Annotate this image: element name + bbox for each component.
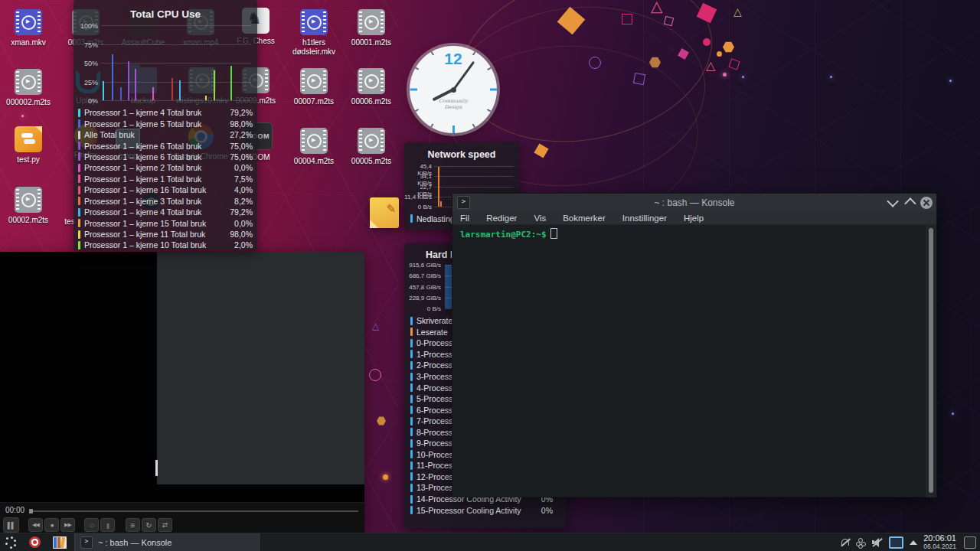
menu-item[interactable]: Fil [460,214,469,223]
seek-handle[interactable] [29,509,33,514]
notifications-muted-icon[interactable] [841,538,850,546]
library-app-icon[interactable] [53,536,67,549]
konsole-window: > ~ : bash — Konsole FilRedigerVisBokmer… [452,193,937,497]
sensor-row: Prosessor 1 – kjerne 3 Total bruk 8,2% [78,196,253,207]
menu-bar: FilRedigerVisBokmerkerInnstillingerHjelp [452,211,936,225]
maximize-button[interactable] [904,197,916,210]
file-icon: 000002.m2ts [15,69,42,95]
play-icon [21,193,36,207]
media-button[interactable]: ◀◀ [28,518,43,532]
filmstrip-icon [302,70,305,92]
filmstrip-icon [38,71,41,93]
expand-tray-icon[interactable] [910,540,917,545]
sensor-color-swatch [410,417,413,425]
media-button[interactable]: ▶▶ [60,518,75,532]
axis-tick-label: 50% [77,60,98,67]
volume-muted-icon[interactable] [872,538,883,547]
desktop-icon[interactable]: 00007.m2ts 00007.m2ts [286,68,342,106]
taskbar-task-konsole[interactable]: > ~ : bash — Konsole [74,533,261,551]
seek-slider[interactable] [29,510,358,512]
close-button[interactable] [920,197,933,209]
axis-tick-label: 75% [77,41,98,49]
media-button[interactable]: ⇄ [158,518,172,532]
media-button[interactable]: □ [84,518,99,532]
sensor-row: Prosessor 1 – kjerne 1 Total bruk 7,5% [78,174,253,184]
sensor-color-swatch [410,506,413,514]
sensor-color-swatch [410,328,413,336]
sticky-note-widget[interactable]: ✎ [370,197,399,228]
peek-desktop-button[interactable] [964,536,976,549]
file-icon: h1tlers [300,9,328,35]
desktop-icon[interactable]: h1tlers h1tlers dødsleir.mkv [286,9,342,57]
desktop-icon[interactable]: xman.mkv xman.mkv [0,9,57,47]
sensor-value: 0,0% [222,163,253,172]
terminal-area[interactable]: larsmartin@PC2:~$ [452,225,936,497]
sensor-value: 79,2% [222,108,253,117]
filmstrip-icon [359,11,362,33]
sensor-name: Prosessor 1 – kjerne 3 Total bruk [84,197,222,206]
cpu-spike [179,80,181,100]
sensor-color-swatch [78,186,80,194]
file-icon: xman.mkv [15,9,42,35]
sensor-name: Prosessor 1 – kjerne 5 Total bruk [84,119,222,129]
menu-item[interactable]: Innstillinger [622,214,667,223]
terminal-cursor [550,228,557,239]
sensor-color-swatch [78,197,80,205]
sensor-value: 98,0% [222,230,253,239]
sensor-row: 15-Processor Cooling Activity 0% [410,504,560,516]
scrollbar[interactable] [926,225,936,497]
display-tray-icon[interactable] [889,536,903,549]
play-icon [307,15,322,30]
clock-date: 06.04.2021 [923,543,956,550]
sensor-name: 15-Processor Cooling Activity [416,506,527,515]
menu-item[interactable]: Vis [534,214,546,223]
sensor-row: Prosessor 1 – kjerne 15 Total bruk 0,0% [78,217,253,228]
menu-item[interactable]: Bokmerker [563,214,606,223]
cpu-spike [230,66,232,100]
scrollbar-thumb[interactable] [929,228,933,493]
cpu-spike [103,81,104,100]
sensor-color-swatch [410,339,413,347]
sensor-value: 75,0% [222,152,253,161]
menu-item[interactable]: Hjelp [684,214,704,223]
desktop-icon[interactable]: 000002.m2ts 000002.m2ts [0,69,57,107]
sensor-color-swatch [78,152,80,161]
media-button[interactable]: ||| [100,518,115,532]
app-launcher-button[interactable] [0,533,18,551]
desktop-icon[interactable]: 00001.m2ts 00001.m2ts [343,9,400,47]
sensor-color-swatch [78,142,80,150]
sensor-name: Prosessor 1 – kjerne 4 Total bruk [84,108,222,117]
desktop-icon[interactable]: test.py test.py [0,126,57,165]
sensor-value: 27,2% [222,130,253,139]
legend-color-swatch [410,214,413,223]
icon-label: 000002.m2ts [6,98,51,107]
filmstrip-icon [323,70,326,92]
media-button[interactable]: ↻ [142,518,156,532]
menu-item[interactable]: Rediger [486,214,517,223]
icon-label-line2: dødsleir.mkv [292,47,335,57]
launcher-icon [6,537,8,540]
desktop-icon[interactable]: 00004.m2ts 00004.m2ts [286,128,342,166]
sensor-color-swatch [410,406,413,414]
sensor-value: 4,0% [222,185,253,194]
digital-clock[interactable]: 20:06:01 06.04.2021 [923,534,956,549]
desktop-icon[interactable]: 00005.m2ts 00005.m2ts [343,128,400,166]
cpu-spike [172,78,173,100]
media-button[interactable]: ≡ [126,518,140,532]
network-widget-title: Network speed [404,142,519,160]
media-button[interactable]: ▌▌ [3,517,19,533]
sensor-color-swatch [78,164,80,172]
desktop-icon[interactable]: 00006.m2ts 00006.m2ts [343,68,400,106]
play-icon [364,15,379,30]
filmstrip-icon [359,70,362,92]
filmstrip-icon [381,70,384,92]
title-bar[interactable]: > ~ : bash — Konsole [452,194,936,211]
cpu-spike [152,87,154,100]
red-dot-app-icon[interactable] [29,536,41,548]
media-button[interactable]: ■ [44,518,59,532]
axis-tick-label: 0 B/s [404,204,432,210]
sensor-color-swatch [410,450,413,458]
tray-cluster-icon[interactable] [856,538,866,547]
pencil-icon: ✎ [386,202,396,216]
secondary-window [157,252,364,484]
